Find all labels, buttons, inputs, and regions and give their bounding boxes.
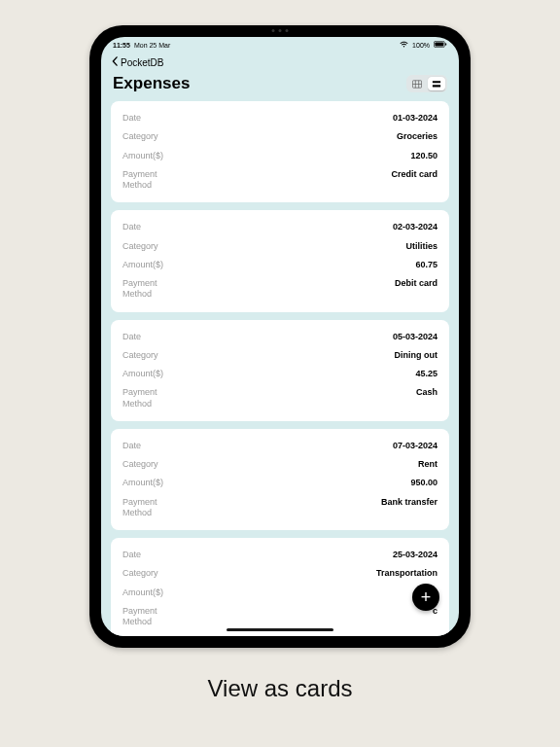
row-label: Amount($) — [122, 587, 163, 598]
card-row-amount: Amount($)30.50 — [122, 584, 438, 602]
expense-card[interactable]: Date05-03-2024CategoryDining outAmount($… — [111, 320, 449, 421]
card-row-payment: Payment MethodDebit card — [122, 274, 438, 304]
device-camera-dots — [272, 29, 289, 32]
header-row: Expenses — [101, 72, 459, 101]
row-label: Date — [122, 222, 141, 232]
row-value: Debit card — [395, 278, 438, 288]
grid-icon — [412, 80, 422, 89]
row-label: Payment Method — [122, 387, 181, 409]
card-row-payment: Payment MethodCash — [122, 383, 438, 413]
screen: 11:55 Mon 25 Mar 100% PocketDB — [101, 37, 459, 636]
cards-icon — [432, 80, 441, 89]
expense-card[interactable]: Date01-03-2024CategoryGroceriesAmount($)… — [111, 101, 449, 202]
row-value: 120.50 — [410, 151, 438, 160]
row-value: 01-03-2024 — [393, 113, 438, 123]
card-row-payment: Payment MethodBank transfer — [122, 493, 438, 523]
row-value: 60.75 — [415, 260, 438, 269]
row-label: Date — [122, 332, 141, 342]
row-label: Category — [122, 568, 158, 579]
row-value: 07-03-2024 — [393, 441, 438, 450]
svg-rect-7 — [433, 81, 440, 83]
battery-icon — [434, 41, 447, 49]
card-row-date: Date02-03-2024 — [122, 218, 438, 236]
status-time: 11:55 — [113, 42, 130, 49]
expense-card[interactable]: Date07-03-2024CategoryRentAmount($)950.0… — [111, 429, 449, 530]
card-row-category: CategoryDining out — [122, 346, 438, 365]
card-row-category: CategoryGroceries — [122, 127, 438, 146]
status-date: Mon 25 Mar — [134, 42, 170, 49]
status-bar: 11:55 Mon 25 Mar 100% — [101, 37, 459, 53]
row-value: Transportation — [376, 568, 438, 578]
card-row-category: CategoryUtilities — [122, 237, 438, 256]
row-label: Payment Method — [122, 169, 181, 192]
plus-icon: + — [421, 587, 432, 608]
row-value: 05-03-2024 — [393, 332, 438, 341]
card-row-date: Date01-03-2024 — [122, 109, 438, 127]
screenshot-caption: View as cards — [208, 675, 353, 702]
row-label: Date — [122, 113, 141, 124]
home-indicator[interactable] — [227, 628, 333, 631]
row-value: Bank transfer — [381, 497, 438, 507]
row-label: Category — [122, 241, 158, 252]
card-row-amount: Amount($)60.75 — [122, 256, 438, 274]
svg-rect-1 — [435, 42, 443, 46]
row-label: Category — [122, 459, 158, 470]
row-label: Amount($) — [122, 151, 163, 161]
card-row-amount: Amount($)950.00 — [122, 474, 438, 492]
add-button[interactable]: + — [412, 584, 439, 611]
row-label: Amount($) — [122, 260, 163, 270]
card-row-payment: Payment Methodc — [122, 602, 438, 632]
row-label: Amount($) — [122, 369, 163, 379]
page-title: Expenses — [113, 74, 190, 93]
row-label: Date — [122, 441, 141, 451]
back-button[interactable]: PocketDB — [111, 56, 163, 68]
view-grid-button[interactable] — [408, 77, 426, 90]
row-label: Category — [122, 131, 158, 142]
svg-rect-8 — [433, 85, 440, 87]
row-value: 45.25 — [415, 369, 438, 378]
row-value: Groceries — [397, 131, 438, 141]
row-value: 950.00 — [410, 478, 438, 487]
row-value: Utilities — [405, 241, 438, 251]
expense-card[interactable]: Date25-03-2024CategoryTransportationAmou… — [111, 538, 449, 636]
view-cards-button[interactable] — [428, 77, 445, 90]
row-value: Cash — [416, 387, 438, 397]
row-label: Payment Method — [122, 497, 181, 519]
card-row-payment: Payment MethodCredit card — [122, 165, 438, 196]
row-value: Credit card — [391, 169, 438, 179]
row-label: Payment Method — [122, 278, 181, 301]
row-value: Rent — [418, 459, 438, 469]
view-toggle — [406, 75, 447, 92]
row-label: Amount($) — [122, 478, 163, 488]
expense-card[interactable]: Date02-03-2024CategoryUtilitiesAmount($)… — [111, 210, 449, 311]
card-row-category: CategoryRent — [122, 455, 438, 474]
back-label: PocketDB — [121, 57, 163, 68]
card-row-date: Date25-03-2024 — [122, 546, 438, 564]
status-battery: 100% — [412, 42, 430, 49]
cards-list[interactable]: Date01-03-2024CategoryGroceriesAmount($)… — [101, 101, 459, 636]
card-row-amount: Amount($)45.25 — [122, 365, 438, 383]
nav-bar: PocketDB — [101, 53, 459, 72]
card-row-category: CategoryTransportation — [122, 564, 438, 583]
wifi-icon — [400, 41, 408, 49]
row-label: Payment Method — [122, 606, 181, 628]
row-value: 25-03-2024 — [393, 550, 438, 559]
card-row-date: Date05-03-2024 — [122, 328, 438, 346]
row-value: Dining out — [395, 350, 438, 360]
chevron-left-icon — [111, 56, 119, 68]
row-label: Date — [122, 550, 141, 560]
card-row-date: Date07-03-2024 — [122, 437, 438, 455]
tablet-frame: 11:55 Mon 25 Mar 100% PocketDB — [89, 25, 471, 648]
row-label: Category — [122, 350, 158, 361]
card-row-amount: Amount($)120.50 — [122, 147, 438, 165]
svg-rect-2 — [445, 43, 446, 45]
row-value: 02-03-2024 — [393, 222, 438, 231]
